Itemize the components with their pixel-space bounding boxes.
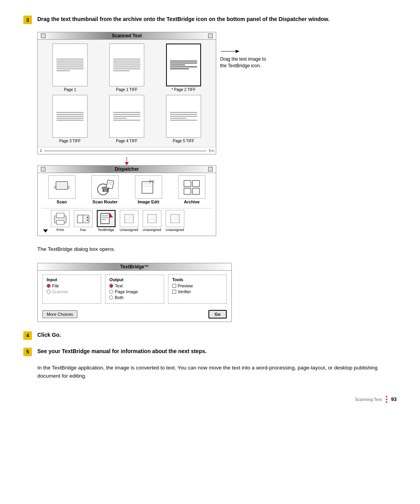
preview-checkbox-icon[interactable] (172, 284, 176, 288)
pageimage-radio-icon[interactable] (109, 290, 113, 294)
tools-preview-checkbox[interactable]: Preview (172, 284, 222, 288)
step-3-text: Drag the text thumbnail from the archive… (37, 16, 397, 23)
footer-dot-3 (386, 401, 387, 403)
dotted-arrow-svg (123, 158, 131, 165)
dispatcher-print-cell[interactable]: Print (49, 210, 71, 232)
tools-verifier-checkbox[interactable]: Verifier (172, 289, 222, 294)
annotation-area: Scanned Text Page 1 (37, 32, 397, 236)
thumb-label-page5tiff: Page 5 TIFF (173, 139, 194, 143)
dispatcher-close-icon[interactable] (41, 167, 46, 172)
verifier-checkbox-label: Verifier (178, 289, 191, 294)
thumb-page1tiff: Page 1 TIFF (100, 44, 154, 92)
annotation-arrow-svg (220, 47, 240, 55)
both-radio-label: Both (115, 295, 124, 300)
output-group: Output Text Page Image Both (105, 275, 164, 304)
output-text-radio[interactable]: Text (109, 284, 159, 288)
dotted-arrow-divider (37, 158, 216, 165)
svg-point-24 (87, 219, 88, 221)
pageimage-radio-label: Page Image (115, 289, 138, 294)
thumb-page2tiff: * Page 2 TIFF (157, 44, 210, 92)
textbridge-dialog-footer: More Choices Go (38, 308, 231, 322)
dispatcher-window: Dispatcher Scan (37, 165, 216, 236)
svg-rect-22 (77, 215, 83, 223)
textbridge-dialog-block: TextBridge™ Input File Scanner Output (37, 263, 397, 322)
step-5-text: See your TextBridge manual for informati… (37, 348, 397, 355)
step-3-number: 3 (23, 16, 32, 24)
verifier-checkbox-icon[interactable] (172, 290, 176, 294)
svg-rect-25 (101, 214, 109, 224)
fax-icon-box (74, 210, 93, 227)
tools-group: Tools Preview Verifier (168, 275, 227, 304)
step-3-content: Scanned Text Page 1 (37, 32, 397, 236)
svg-point-23 (87, 217, 88, 218)
svg-rect-17 (192, 188, 200, 194)
scan-icon-box (48, 175, 75, 199)
output-pageimage-radio[interactable]: Page Image (109, 289, 159, 294)
window-close-icon[interactable] (41, 33, 46, 38)
footer-page-number: 93 (391, 396, 397, 402)
scanned-text-window: Scanned Text Page 1 (37, 32, 216, 154)
fax-label: Fax (80, 228, 86, 232)
textbridge-caption: The TextBridge dialog box opens. (37, 245, 397, 254)
svg-rect-7 (107, 180, 114, 188)
both-radio-icon[interactable] (109, 296, 113, 299)
input-file-radio[interactable]: File (47, 284, 97, 288)
file-radio-label: File (52, 284, 59, 288)
textbridge-label: TextBridge (98, 228, 114, 232)
step-4-text: Click Go. (37, 331, 397, 339)
scanner-radio-icon[interactable] (47, 290, 51, 294)
thumb-img-page5tiff (166, 95, 201, 138)
thumb-label-page1: Page 1 (64, 88, 76, 92)
dispatcher-bottom-row: Print Fax (38, 210, 216, 233)
svg-rect-16 (184, 188, 191, 194)
scanned-text-titlebar: Scanned Text (38, 32, 216, 40)
annotation-label: Drag the text image to the TextBridge ic… (220, 56, 266, 68)
dispatcher-titlebar: Dispatcher (38, 166, 216, 173)
thumbnails-grid: Page 1 Page 1 TIFF (38, 40, 216, 147)
output-both-radio[interactable]: Both (109, 295, 159, 300)
dispatcher-scan-cell[interactable]: Scan (46, 175, 77, 204)
dispatcher-imageedit-cell[interactable]: ✂ Image Edit (133, 175, 164, 204)
tools-group-title: Tools (172, 277, 222, 282)
file-radio-icon[interactable] (47, 284, 51, 288)
dispatcher-unassigned2-cell[interactable]: Unassigned (141, 210, 163, 232)
scanned-text-scrollbar[interactable]: ⇩⇧⇦ (38, 147, 216, 154)
thumb-label-page3tiff: Page 3 TIFF (59, 139, 80, 143)
svg-rect-4 (57, 182, 67, 189)
dispatcher-unassigned3-cell[interactable]: Unassigned (164, 210, 186, 232)
input-group: Input File Scanner (42, 275, 101, 304)
dispatcher-top-row: Scan ☎ Scan Router (38, 173, 216, 206)
svg-marker-1 (125, 162, 129, 165)
dispatcher-unassigned1-cell[interactable]: Unassigned (118, 210, 140, 232)
page-footer: Scanning Text 93 (23, 396, 397, 403)
paragraph-block: In the TextBridge application, the image… (37, 364, 397, 380)
step-5-row: 5 See your TextBridge manual for informa… (23, 348, 397, 356)
go-button[interactable]: Go (208, 310, 227, 318)
window-resize-icon[interactable] (208, 33, 213, 38)
archive-icon-box (178, 175, 205, 199)
footer-dots-icon (386, 396, 387, 403)
dispatcher-resize-icon[interactable] (208, 167, 213, 172)
thumb-label-page2tiff: * Page 2 TIFF (172, 88, 196, 92)
textbridge-dialog: TextBridge™ Input File Scanner Output (37, 263, 232, 322)
input-scanner-radio[interactable]: Scanner (47, 289, 97, 294)
unassigned2-label: Unassigned (143, 228, 161, 232)
preview-checkbox-label: Preview (178, 284, 193, 288)
dispatcher-archive-cell[interactable]: Archive (176, 175, 207, 204)
dispatcher-scanrouter-cell[interactable]: ☎ Scan Router (89, 175, 121, 204)
footer-section-label: Scanning Text (355, 397, 382, 402)
dispatcher-textbridge-cell[interactable]: TextBridge (95, 210, 117, 232)
footer-dot-2 (386, 399, 387, 400)
text-radio-icon[interactable] (109, 284, 113, 288)
imageedit-label: Image Edit (138, 200, 159, 204)
thumb-page4tiff: Page 4 TIFF (100, 95, 154, 143)
dispatcher-arrow-icon (43, 229, 48, 233)
unassigned3-icon-box (166, 210, 184, 227)
step-4-number: 4 (23, 331, 32, 340)
dispatcher-fax-cell[interactable]: Fax (72, 210, 94, 232)
print-label: Print (56, 228, 64, 232)
thumb-label-page4tiff: Page 4 TIFF (116, 139, 137, 143)
more-choices-button[interactable]: More Choices (42, 310, 77, 318)
scanrouter-label: Scan Router (93, 200, 118, 204)
dispatcher-title: Dispatcher (46, 166, 208, 172)
